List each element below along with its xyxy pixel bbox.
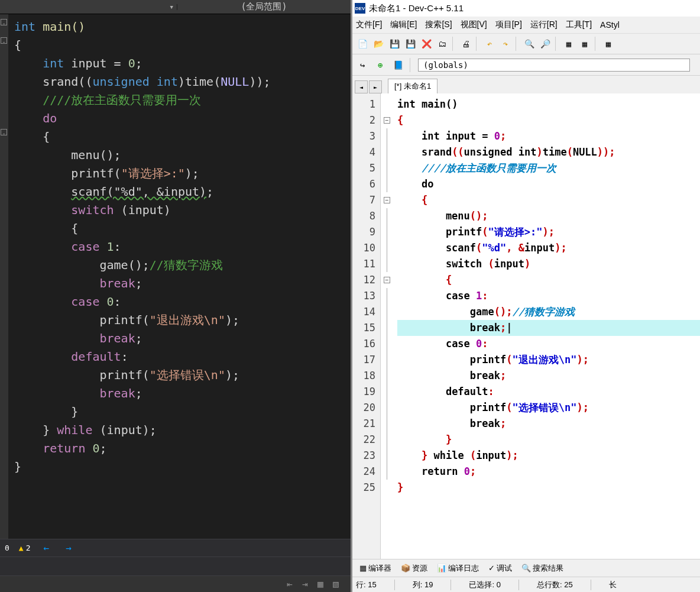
separator <box>516 37 519 51</box>
tab-icon: 📊 <box>437 564 446 572</box>
bottom-tab[interactable]: 📊编译日志 <box>433 562 482 575</box>
run-icon[interactable]: ▦ <box>578 37 592 51</box>
devcpp-bottom-tabs: ▦编译器📦资源📊编译日志✓调试🔍搜索结果 <box>352 559 700 577</box>
editor-tab[interactable]: [*] 未命名1 <box>388 79 438 93</box>
tab-prev-button[interactable]: ◄ <box>355 80 368 93</box>
goto-icon[interactable]: ↪ <box>355 58 370 72</box>
devcpp-toolbar: 📄 📂 💾 💾 ❌ 🗂 🖨 ↶ ↷ 🔍 🔎 ▦ ▦ ▦ <box>352 33 700 54</box>
warning-count: 2 <box>26 544 31 552</box>
vs-status-bar: 0 ▲ 2 ← → <box>0 539 351 557</box>
fold-gutter: −−− <box>381 93 393 559</box>
tab-icon: 🔍 <box>521 564 531 572</box>
vs-scope-dropdown-left[interactable]: ▼ <box>0 4 177 10</box>
status-col: 列: 19 <box>413 580 452 590</box>
undo-icon[interactable]: ↶ <box>482 37 497 51</box>
compile-icon[interactable]: ▦ <box>562 37 576 51</box>
menu-item[interactable]: 工具[T] <box>566 20 592 30</box>
fold-toggle-icon[interactable]: − <box>384 277 390 283</box>
tab-icon: ▦ <box>359 564 367 572</box>
status-total: 总行数: 25 <box>537 580 591 590</box>
bottom-tab[interactable]: 🔍搜索结果 <box>518 562 567 575</box>
devcpp-status-bar: 行: 15 列: 19 已选择: 0 总行数: 25 长 <box>352 577 700 592</box>
devcpp-app-icon: DEV <box>355 3 365 14</box>
visual-studio-panel: ▼ (全局范围) int main(){ int input = 0; sran… <box>0 0 351 592</box>
status-zero: 0 <box>5 544 9 552</box>
menu-item[interactable]: AStyl <box>600 20 620 30</box>
separator <box>595 37 598 51</box>
menu-item[interactable]: 运行[R] <box>530 20 558 30</box>
window-title: 未命名1 - Dev-C++ 5.11 <box>369 3 464 14</box>
close-icon[interactable]: ❌ <box>419 37 433 51</box>
open-file-icon[interactable]: 📂 <box>371 37 385 51</box>
warning-indicator[interactable]: ▲ 2 <box>19 544 31 552</box>
fold-toggle-icon[interactable]: − <box>384 117 390 124</box>
vs-fold-gutter <box>0 14 8 539</box>
fold-toggle-icon[interactable] <box>1 19 7 25</box>
fold-toggle-icon[interactable] <box>1 37 7 44</box>
menu-item[interactable]: 视图[V] <box>461 20 487 30</box>
find-icon[interactable]: 🔍 <box>522 37 536 51</box>
separator <box>410 58 413 72</box>
outdent-icon[interactable]: ⇥ <box>302 578 314 590</box>
status-selected: 已选择: 0 <box>469 580 518 590</box>
separator <box>476 37 479 51</box>
tab-icon: ✓ <box>488 564 495 572</box>
devcpp-editor[interactable]: 1234567891011121314151617181920212223242… <box>352 93 700 559</box>
vs-bottom-toolbar: ⇤ ⇥ ▦ ▧ <box>0 576 351 592</box>
vs-code-editor[interactable]: int main(){ int input = 0; srand((unsign… <box>0 14 351 539</box>
bottom-tab[interactable]: ▦编译器 <box>356 562 395 575</box>
devcpp-titlebar: DEV 未命名1 - Dev-C++ 5.11 <box>352 0 700 17</box>
globals-dropdown[interactable]: (globals) <box>418 59 690 72</box>
nav-back-button[interactable]: ← <box>40 542 53 554</box>
status-line: 行: 15 <box>356 580 395 590</box>
add-icon[interactable]: ⊕ <box>373 58 387 72</box>
bottom-tab[interactable]: 📦资源 <box>397 562 431 575</box>
devcpp-menubar: 文件[F]编辑[E]搜索[S]视图[V]项目[P]运行[R]工具[T]AStyl <box>352 17 700 33</box>
vs-scope-dropdown-right[interactable]: (全局范围) <box>177 1 351 12</box>
menu-item[interactable]: 项目[P] <box>495 20 522 30</box>
close-all-icon[interactable]: 🗂 <box>435 37 449 51</box>
save-icon[interactable]: 💾 <box>387 37 401 51</box>
chevron-down-icon: ▼ <box>170 4 173 10</box>
separator <box>555 37 559 51</box>
new-file-icon[interactable]: 📄 <box>355 37 370 51</box>
menu-item[interactable]: 编辑[E] <box>390 20 417 30</box>
nav-forward-button[interactable]: → <box>62 542 75 554</box>
line-number-gutter: 1234567891011121314151617181920212223242… <box>352 93 381 559</box>
devcpp-panel: DEV 未命名1 - Dev-C++ 5.11 文件[F]编辑[E]搜索[S]视… <box>351 0 700 592</box>
devcpp-tab-bar: ◄ ► [*] 未命名1 <box>352 76 700 93</box>
menu-item[interactable]: 文件[F] <box>356 20 382 30</box>
status-length: 长 <box>609 580 617 590</box>
replace-icon[interactable]: 🔎 <box>538 37 552 51</box>
print-icon[interactable]: 🖨 <box>459 37 473 51</box>
save-all-icon[interactable]: 💾 <box>403 37 417 51</box>
debug-icon[interactable]: ▦ <box>601 37 615 51</box>
menu-item[interactable]: 搜索[S] <box>425 20 452 30</box>
tab-next-button[interactable]: ► <box>369 80 382 93</box>
warning-icon: ▲ <box>19 544 24 552</box>
indent-icon[interactable]: ⇤ <box>287 578 299 590</box>
redo-icon[interactable]: ↷ <box>498 37 513 51</box>
comment-icon[interactable]: ▦ <box>317 578 329 590</box>
fold-toggle-icon[interactable]: − <box>384 197 390 203</box>
vs-bottom-panel: ⇤ ⇥ ▦ ▧ <box>0 557 351 592</box>
code-area[interactable]: int main(){ int input = 0; srand((unsign… <box>393 93 700 559</box>
tab-icon: 📦 <box>401 564 410 572</box>
separator <box>452 37 456 51</box>
devcpp-toolbar2: ↪ ⊕ 📘 (globals) <box>352 54 700 76</box>
vs-scope-bar: ▼ (全局范围) <box>0 0 351 14</box>
uncomment-icon[interactable]: ▧ <box>333 578 345 590</box>
fold-toggle-icon[interactable] <box>1 129 7 135</box>
bookmark-icon[interactable]: 📘 <box>391 58 405 72</box>
bottom-tab[interactable]: ✓调试 <box>485 562 516 575</box>
